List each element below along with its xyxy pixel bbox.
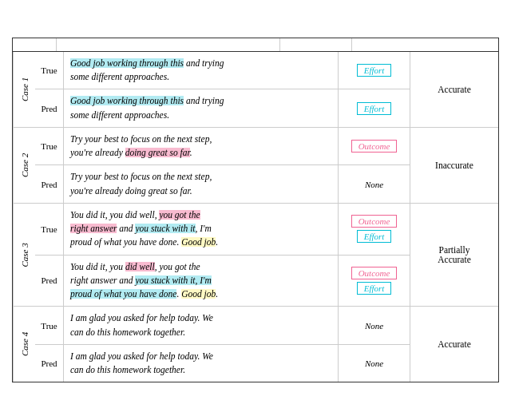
header-empty <box>13 38 57 51</box>
row-text-3-1: You did it, you did well, you got therig… <box>64 204 339 256</box>
row-entity-1-1: Effort <box>339 52 410 90</box>
row-entity-1-2: Effort <box>339 89 410 127</box>
row-accuracy-2: Inaccurate <box>410 128 498 203</box>
row-text-3-2: You did it, you did well, you got therig… <box>64 256 339 307</box>
case-3: Case 3TrueYou did it, you did well, you … <box>13 204 498 307</box>
entity-none: None <box>365 321 383 331</box>
row-entity-2-2: None <box>339 165 410 203</box>
header-named-entity <box>280 38 352 51</box>
case-label-1: Case 1 <box>13 52 35 127</box>
entity-badge-effort: Effort <box>357 102 392 115</box>
table-header <box>13 38 498 52</box>
row-text-1-2: Good job working through this and trying… <box>64 89 339 127</box>
row-text-4-1: I am glad you asked for help today. Weca… <box>64 307 339 345</box>
row-entity-4-2: None <box>339 345 410 382</box>
case-label-2: Case 2 <box>13 128 35 203</box>
entity-none: None <box>365 359 383 368</box>
entity-badge-outcome: Outcome <box>351 267 398 279</box>
row-type-2-1: True <box>35 128 64 166</box>
header-examples <box>57 38 280 51</box>
entity-badge-effort: Effort <box>357 64 392 77</box>
header-prediction-accuracy <box>352 38 440 51</box>
row-entity-4-1: None <box>339 307 410 345</box>
row-text-2-1: Try your best to focus on the next step,… <box>64 128 339 166</box>
case-content-1: TrueGood job working through this and tr… <box>35 52 498 127</box>
inner-grid-4: TrueI am glad you asked for help today. … <box>35 307 498 382</box>
inner-grid-1: TrueGood job working through this and tr… <box>35 52 498 127</box>
entity-badge-effort: Effort <box>357 230 392 243</box>
case-content-3: TrueYou did it, you did well, you got th… <box>35 204 498 307</box>
main-table: Case 1TrueGood job working through this … <box>12 38 499 383</box>
entity-none: None <box>365 180 383 189</box>
row-entity-2-1: Outcome <box>339 128 410 166</box>
row-accuracy-1: Accurate <box>410 52 498 127</box>
row-type-3-1: True <box>35 204 64 256</box>
row-text-2-2: Try your best to focus on the next step,… <box>64 165 339 203</box>
case-content-4: TrueI am glad you asked for help today. … <box>35 307 498 382</box>
entity-badge-outcome: Outcome <box>351 140 398 153</box>
row-text-4-2: I am glad you asked for help today. Weca… <box>64 345 339 382</box>
case-label-3: Case 3 <box>13 204 35 307</box>
row-accuracy-3: Partially Accurate <box>410 204 498 307</box>
entity-badge-outcome: Outcome <box>351 215 398 228</box>
case-2: Case 2TrueTry your best to focus on the … <box>13 128 498 204</box>
row-accuracy-4: Accurate <box>410 307 498 382</box>
row-type-2-2: Pred <box>35 165 64 203</box>
row-text-1-1: Good job working through this and trying… <box>64 52 339 90</box>
case-content-2: TrueTry your best to focus on the next s… <box>35 128 498 203</box>
row-type-4-1: True <box>35 307 64 345</box>
row-type-1-1: True <box>35 52 64 90</box>
inner-grid-2: TrueTry your best to focus on the next s… <box>35 128 498 203</box>
row-type-3-2: Pred <box>35 256 64 307</box>
case-1: Case 1TrueGood job working through this … <box>13 52 498 128</box>
cases-container: Case 1TrueGood job working through this … <box>13 52 498 382</box>
entity-badge-effort: Effort <box>357 282 392 295</box>
row-entity-3-2: OutcomeEffort <box>339 256 410 307</box>
row-type-1-2: Pred <box>35 89 64 127</box>
row-type-4-2: Pred <box>35 345 64 382</box>
case-label-4: Case 4 <box>13 307 35 382</box>
case-4: Case 4TrueI am glad you asked for help t… <box>13 307 498 382</box>
row-entity-3-1: OutcomeEffort <box>339 204 410 256</box>
inner-grid-3: TrueYou did it, you did well, you got th… <box>35 204 498 307</box>
